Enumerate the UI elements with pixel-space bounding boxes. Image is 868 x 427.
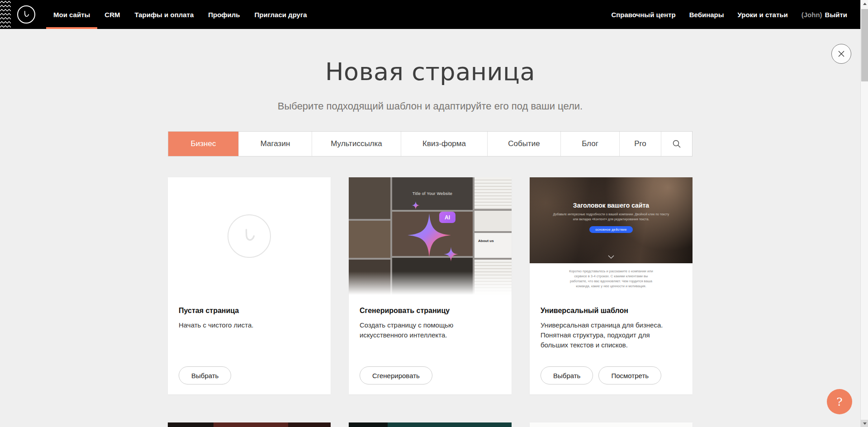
zigzag-pattern — [0, 0, 11, 29]
card-actions: Выбрать Посмотреть — [541, 366, 661, 384]
nav-tariffs[interactable]: Тарифы и оплата — [127, 0, 201, 29]
chevron-down-icon — [608, 252, 614, 261]
tab-search[interactable] — [661, 132, 692, 156]
scroll-down-button[interactable] — [861, 420, 868, 427]
template-card-universal: Заголовок вашего сайта Добавьте интересн… — [530, 177, 693, 394]
card-body: Пустая страница Начать с чистого листа. — [168, 295, 331, 330]
template-body-section: Коротко представьтесь и расскажите о ком… — [530, 263, 693, 295]
template-grid-row2 — [168, 422, 693, 427]
card-title: Универсальный шаблон — [541, 307, 682, 315]
select-blank-button[interactable]: Выбрать — [179, 366, 231, 384]
nav-webinars[interactable]: Вебинары — [683, 0, 731, 29]
template-cta-button: основное действие — [589, 226, 632, 233]
secondary-nav: Справочный центр Вебинары Уроки и статьи… — [604, 0, 854, 29]
nav-crm[interactable]: CRM — [97, 0, 127, 29]
template-category-tabs: Бизнес Магазин Мультиссылка Квиз-форма С… — [168, 131, 693, 157]
tab-pro[interactable]: Pro — [619, 132, 661, 156]
nav-my-sites[interactable]: Мои сайты — [46, 0, 97, 29]
user-name: (John) — [802, 11, 822, 19]
card-description: Универсальная страница для бизнеса. Поня… — [541, 320, 676, 350]
tilda-logo[interactable] — [17, 5, 35, 24]
page-title: Новая страница — [0, 58, 860, 86]
scrollbar-thumb[interactable] — [861, 9, 868, 81]
ai-badge: AI — [439, 212, 455, 223]
main-nav: Мои сайты CRM Тарифы и оплата Профиль Пр… — [46, 0, 314, 29]
user-logout[interactable]: (John) Выйти — [795, 0, 854, 29]
fade-overlay — [349, 271, 512, 295]
card-title: Сгенерировать страницу — [360, 307, 501, 315]
card-body: Универсальный шаблон Универсальная стран… — [530, 295, 693, 350]
card-actions: Выбрать — [179, 366, 231, 384]
arrow-up-icon — [863, 3, 867, 5]
card-body: Сгенерировать страницу Создать страницу … — [349, 295, 512, 340]
nav-lessons[interactable]: Уроки и статьи — [731, 0, 795, 29]
template-hero-heading: Заголовок вашего сайта — [530, 177, 693, 209]
universal-template-preview[interactable]: Заголовок вашего сайта Добавьте интересн… — [530, 177, 693, 295]
template-grid: Пустая страница Начать с чистого листа. … — [168, 177, 693, 394]
help-button[interactable]: ? — [827, 389, 852, 414]
nav-profile[interactable]: Профиль — [201, 0, 247, 29]
template-hero-subtext: Добавьте интересные подробности о вашей … — [551, 212, 671, 222]
nav-help-center[interactable]: Справочный центр — [604, 0, 682, 29]
card-description: Создать страницу с помощью искусственног… — [360, 320, 495, 340]
page-scrollbar[interactable] — [860, 0, 868, 427]
tab-business[interactable]: Бизнес — [168, 132, 238, 156]
template-hero: Заголовок вашего сайта Добавьте интересн… — [530, 177, 693, 263]
tilda-watermark-icon — [228, 214, 271, 258]
page-subtitle: Выберите подходящий шаблон и адаптируйте… — [0, 100, 860, 113]
top-bar: Мои сайты CRM Тарифы и оплата Профиль Пр… — [0, 0, 860, 29]
ai-template-preview[interactable]: Title of Your Website About us — [349, 177, 512, 295]
collage-about-label: About us — [478, 239, 494, 243]
close-icon — [838, 50, 845, 57]
generate-button[interactable]: Сгенерировать — [360, 366, 432, 384]
template-card-blank: Пустая страница Начать с чистого листа. … — [168, 177, 331, 394]
template-card-partial[interactable] — [530, 422, 693, 427]
template-body-text: Коротко представьтесь и расскажите о ком… — [566, 269, 656, 289]
template-card-partial[interactable] — [168, 422, 331, 427]
card-actions: Сгенерировать — [360, 366, 432, 384]
collage-site-title: Title of Your Website — [413, 191, 452, 196]
tab-multilink[interactable]: Мультиссылка — [312, 132, 401, 156]
blank-template-preview[interactable] — [168, 177, 331, 295]
select-universal-button[interactable]: Выбрать — [541, 366, 593, 384]
tab-store[interactable]: Магазин — [238, 132, 312, 156]
search-icon — [672, 139, 681, 148]
logout-link[interactable]: Выйти — [825, 11, 847, 19]
nav-invite-friend[interactable]: Пригласи друга — [247, 0, 314, 29]
preview-universal-button[interactable]: Посмотреть — [598, 366, 661, 384]
arrow-down-icon — [863, 422, 867, 425]
tab-event[interactable]: Событие — [487, 132, 560, 156]
template-card-ai: Title of Your Website About us — [349, 177, 512, 394]
card-description: Начать с чистого листа. — [179, 320, 314, 330]
card-title: Пустая страница — [179, 307, 320, 315]
template-card-partial[interactable] — [349, 422, 512, 427]
scroll-up-button[interactable] — [861, 0, 868, 7]
tab-blog[interactable]: Блог — [560, 132, 619, 156]
new-page-dialog: Новая страница Выберите подходящий шабло… — [0, 29, 860, 427]
close-button[interactable] — [831, 44, 851, 64]
tab-quiz-form[interactable]: Квиз-форма — [401, 132, 487, 156]
